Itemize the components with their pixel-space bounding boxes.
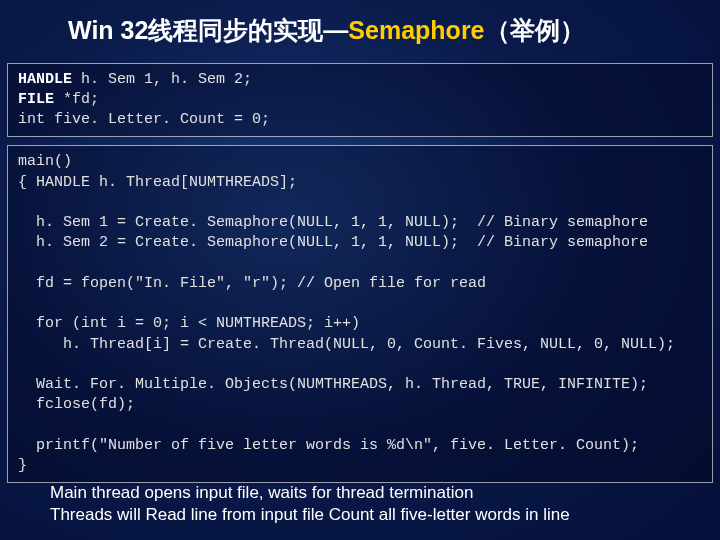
code-line: h. Sem 1 = Create. Semaphore(NULL, 1, 1,… [18,214,648,231]
caption: Main thread opens input file, waits for … [50,482,690,526]
code-line: } [18,457,27,474]
caption-line1: Main thread opens input file, waits for … [50,482,690,504]
title-part2: Semaphore [348,16,484,44]
code-block-main: main() { HANDLE h. Thread[NUMTHREADS]; h… [7,145,713,483]
code-block-declarations: HANDLE h. Sem 1, h. Sem 2; FILE *fd; int… [7,63,713,138]
code-line: h. Thread[i] = Create. Thread(NULL, 0, C… [18,336,675,353]
keyword-handle: HANDLE [18,71,72,88]
code-line: printf("Number of five letter words is %… [18,437,639,454]
code-line: for (int i = 0; i < NUMTHREADS; i++) [18,315,360,332]
slide: Win 32线程同步的实现—Semaphore（举例） HANDLE h. Se… [0,0,720,540]
code-line: fclose(fd); [18,396,135,413]
code-text: h. Sem 1, h. Sem 2; [72,71,252,88]
code-text: int five. Letter. Count = 0; [18,111,270,128]
code-line: fd = fopen("In. File", "r"); // Open fil… [18,275,486,292]
code-text: *fd; [54,91,99,108]
code-line: Wait. For. Multiple. Objects(NUMTHREADS,… [18,376,648,393]
keyword-file: FILE [18,91,54,108]
code-line: { HANDLE h. Thread[NUMTHREADS]; [18,174,297,191]
slide-title: Win 32线程同步的实现—Semaphore（举例） [0,0,720,61]
caption-line2: Threads will Read line from input file C… [50,504,690,526]
code-line: main() [18,153,72,170]
title-part3: （举例） [485,16,585,44]
title-part1: Win 32线程同步的实现— [68,16,348,44]
code-line: h. Sem 2 = Create. Semaphore(NULL, 1, 1,… [18,234,648,251]
